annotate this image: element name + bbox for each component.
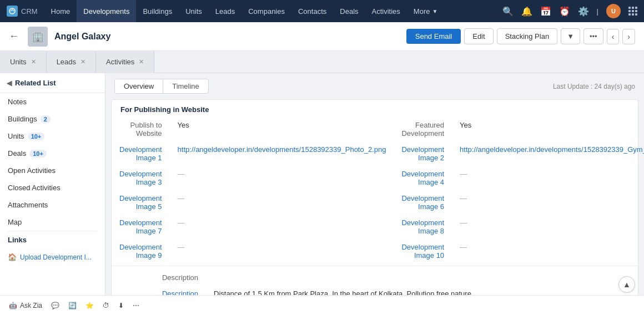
- content-area: Overview Timeline Last Update : 24 day(s…: [105, 73, 644, 315]
- settings-icon[interactable]: ⚙️: [578, 6, 589, 17]
- download-button[interactable]: ⬇: [118, 302, 124, 309]
- ask-zia-button[interactable]: 🤖 Ask Zia: [9, 302, 42, 309]
- dev-image-1-value: http://angeldeveloper.in/developments/15…: [170, 141, 394, 166]
- deals-badge: 10+: [29, 150, 47, 158]
- dev-image-8-label: Development Image 8: [394, 215, 452, 239]
- search-icon[interactable]: 🔍: [502, 6, 514, 17]
- description-section-label: Description: [112, 270, 206, 286]
- overview-tabs-bar: Overview Timeline Last Update : 24 day(s…: [105, 73, 644, 94]
- tab-overview[interactable]: Overview: [115, 79, 163, 93]
- refresh-button[interactable]: 🔄: [68, 302, 77, 309]
- dev-image-7-label: Development Image 7: [112, 215, 170, 239]
- edit-button[interactable]: Edit: [464, 28, 493, 44]
- more-options-button[interactable]: •••: [583, 28, 603, 44]
- table-row: Description: [112, 270, 638, 286]
- tab-activities[interactable]: Activities ✕: [96, 51, 154, 73]
- upload-label: Upload Development I...: [20, 253, 92, 261]
- sidebar-item-attachments[interactable]: Attachments: [0, 196, 105, 214]
- tab-leads-close[interactable]: ✕: [80, 58, 85, 65]
- logo-icon: [7, 6, 18, 17]
- dev-image-7-value: —: [170, 215, 394, 239]
- avatar[interactable]: U: [606, 4, 621, 18]
- nav-deals[interactable]: Deals: [333, 0, 365, 22]
- chat-button[interactable]: 💬: [51, 302, 59, 309]
- sidebar-item-deals[interactable]: Deals 10+: [0, 145, 105, 162]
- tab-activities-close[interactable]: ✕: [139, 58, 144, 65]
- more-bottom-button[interactable]: ⋯: [133, 302, 139, 309]
- nav-contacts[interactable]: Contacts: [291, 0, 333, 22]
- chat-icon: 💬: [51, 302, 59, 309]
- sidebar-item-closed-activities[interactable]: Closed Activities: [0, 179, 105, 196]
- main-layout: ◀ Related List Notes Buildings 2 Units 1…: [0, 73, 644, 315]
- back-button[interactable]: ←: [9, 31, 19, 42]
- zia-icon: 🤖: [9, 302, 17, 309]
- dev-image-9-value: —: [170, 239, 394, 263]
- clock-bottom-button[interactable]: ⏱: [103, 302, 109, 309]
- sidebar-notes-label: Notes: [8, 98, 27, 106]
- clock-icon[interactable]: ⏰: [559, 6, 570, 17]
- nav-leads[interactable]: Leads: [209, 0, 242, 22]
- tab-bar: Units ✕ Leads ✕ Activities ✕: [0, 51, 644, 73]
- table-row: Development Image 5 — Development Image …: [112, 190, 644, 215]
- bottom-bar: 🤖 Ask Zia 💬 🔄 ⭐ ⏱ ⬇ ⋯: [0, 295, 644, 315]
- sidebar-item-map[interactable]: Map: [0, 214, 105, 231]
- download-icon: ⬇: [118, 302, 124, 309]
- grid-icon[interactable]: [628, 7, 637, 16]
- logo: CRM: [7, 6, 38, 17]
- publish-website-label: Publish to Website: [112, 117, 170, 141]
- sidebar-toggle-icon[interactable]: ◀: [7, 79, 12, 87]
- sidebar-item-open-activities[interactable]: Open Activities: [0, 162, 105, 179]
- sidebar-item-units[interactable]: Units 10+: [0, 128, 105, 145]
- dev-image-8-value: —: [452, 215, 644, 239]
- nav-more[interactable]: More ▼: [407, 0, 445, 22]
- publishing-section-title: For Publishing in Website: [112, 100, 638, 117]
- nav-home[interactable]: Home: [44, 0, 77, 22]
- more-bottom-icon: ⋯: [133, 302, 139, 309]
- tab-units-close[interactable]: ✕: [31, 58, 36, 65]
- tab-units[interactable]: Units ✕: [0, 51, 47, 73]
- related-list-label: Related List: [15, 79, 56, 87]
- links-section-label: Links: [0, 231, 105, 248]
- publish-website-value: Yes: [170, 117, 394, 141]
- dev-image-3-label: Development Image 3: [112, 166, 170, 190]
- tab-leads[interactable]: Leads ✕: [47, 51, 96, 73]
- table-row: Development Image 7 — Development Image …: [112, 215, 644, 239]
- sidebar-item-notes[interactable]: Notes: [0, 93, 105, 110]
- nav-units[interactable]: Units: [179, 0, 209, 22]
- publishing-fields-table: Publish to Website Yes Featured Developm…: [112, 117, 644, 263]
- refresh-icon: 🔄: [68, 302, 77, 309]
- last-update-text: Last Update : 24 day(s) ago: [553, 83, 635, 90]
- units-badge: 10+: [28, 133, 45, 140]
- logo-text: CRM: [21, 7, 38, 16]
- next-record-button[interactable]: ›: [622, 29, 635, 44]
- tab-timeline[interactable]: Timeline: [163, 79, 208, 93]
- dev-image-10-value: —: [452, 239, 644, 263]
- header-actions: Send Email Edit Stacking Plan ▼ ••• ‹ ›: [406, 28, 635, 44]
- dev-image-4-value: —: [452, 166, 644, 190]
- sidebar-open-activities-label: Open Activities: [8, 166, 56, 175]
- star-button[interactable]: ⭐: [85, 302, 94, 309]
- dev-image-2-label: Development Image 2: [394, 141, 452, 166]
- table-row: Development Image 1 http://angeldevelope…: [112, 141, 644, 166]
- sidebar-map-label: Map: [8, 218, 22, 226]
- calendar-icon[interactable]: 📅: [540, 6, 551, 17]
- bell-icon[interactable]: 🔔: [521, 6, 532, 17]
- nav-companies[interactable]: Companies: [242, 0, 291, 22]
- sidebar-upload-link[interactable]: 🏠 Upload Development I...: [0, 248, 105, 266]
- nav-buildings[interactable]: Buildings: [136, 0, 179, 22]
- scroll-top-button[interactable]: ▲: [618, 276, 635, 293]
- sidebar-item-buildings[interactable]: Buildings 2: [0, 110, 105, 128]
- nav-developments[interactable]: Developments: [77, 0, 136, 22]
- prev-record-button[interactable]: ‹: [607, 29, 620, 44]
- stacking-plan-button[interactable]: Stacking Plan: [497, 28, 558, 44]
- send-email-button[interactable]: Send Email: [406, 29, 461, 44]
- dev-image-5-label: Development Image 5: [112, 190, 170, 215]
- page-title: Angel Galaxy: [54, 32, 400, 42]
- nav-activities[interactable]: Activities: [365, 0, 407, 22]
- more-chevron-icon: ▼: [432, 8, 437, 14]
- dropdown-arrow-button[interactable]: ▼: [561, 28, 580, 44]
- dev-image-3-value: —: [170, 166, 394, 190]
- table-row: Development Image 3 — Development Image …: [112, 166, 644, 190]
- featured-dev-label: Featured Development: [394, 117, 452, 141]
- star-icon: ⭐: [85, 302, 94, 309]
